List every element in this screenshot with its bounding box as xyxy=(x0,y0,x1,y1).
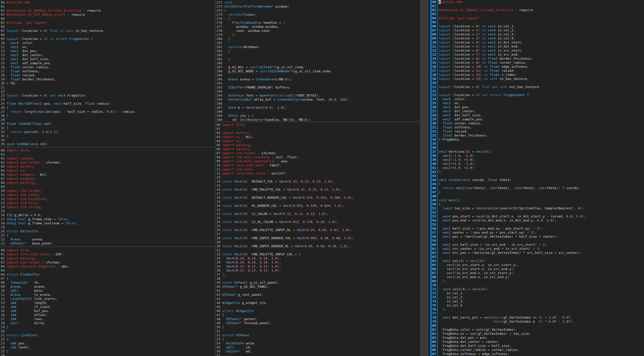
code-line[interactable]: 48 UIPanel* parent; xyxy=(216,317,429,321)
code-line[interactable]: 20 xyxy=(432,81,644,85)
code-line[interactable]: 25 xyxy=(216,224,429,228)
code-line[interactable]: 04import std.math.algebraic : abs; xyxy=(0,264,215,269)
code-line[interactable]: 43 xyxy=(216,297,429,301)
code-line[interactable]: 275 { xyxy=(216,17,429,21)
code-line[interactable]: 16 i64 offset; xyxy=(0,313,215,317)
code-line[interactable]: 02#extension GL_GOOGLE_include_directive… xyxy=(0,9,215,13)
code-line[interactable]: 24 u16 level; xyxy=(0,345,215,349)
code-line[interactable]: 39const UIPanel g_ui_nil_panel; xyxy=(216,281,429,285)
code-line[interactable]: 50} xyxy=(216,325,429,329)
code-line[interactable]: 75 in_col_4 xyxy=(432,303,644,307)
code-line[interactable]: 42); xyxy=(432,170,644,174)
code-line[interactable]: 19} xyxy=(0,325,215,329)
code-line[interactable]: 10 u8[] data; xyxy=(0,289,215,293)
code-line[interactable]: 13 u64 length; xyxy=(0,301,215,305)
code-line[interactable]: 10layout (location = 4) in vec2 in_dst_s… xyxy=(432,40,644,45)
code-line[interactable]: 05 xyxy=(0,269,215,273)
code-line[interactable]: 49 UIPanel* focused_panel; xyxy=(216,321,429,325)
code-line[interactable]: 03 xyxy=(432,12,644,16)
code-line[interactable]: 01import core.stdc.stdio : EOF; xyxy=(0,252,215,256)
code-line[interactable]: 40UIPanel* g_UI_NIL_PANEL; xyxy=(216,285,429,289)
code-line[interactable]: 16 float corner_radius; xyxy=(0,65,215,69)
code-line[interactable]: 33} xyxy=(0,134,215,138)
code-line[interactable]: 71 vec4 cols[4] = vec4[4]( xyxy=(432,287,644,291)
code-line[interactable]: 19 float border_thickness; xyxy=(0,77,215,81)
code-line[interactable]: 23layout (location = 1) out struct FragD… xyxy=(432,93,644,97)
pane-splitter[interactable] xyxy=(420,0,429,356)
code-line[interactable]: 11layout (location = 5) in vec2 in_dst_e… xyxy=(432,45,644,49)
code-line[interactable]: 12 LineStart[] line_starts; xyxy=(0,297,215,301)
pane-editor-module[interactable]: 00import dlib;0102import vulkan;03import… xyxy=(0,147,216,247)
code-line[interactable]: 56 Editor* ed; xyxy=(216,349,429,353)
code-line[interactable]: 297 Vec4 b = Vec4(Vec3(0.0), 1.0); xyxy=(216,106,429,110)
code-line[interactable]: 05 xyxy=(432,20,644,24)
code-line[interactable]: 06import editor; xyxy=(216,147,429,151)
code-line[interactable]: 08import parsing; xyxy=(0,181,215,185)
code-line[interactable]: 35vec4 ToSRGB(vec4 col) xyxy=(0,142,215,146)
code-line[interactable]: 284 xyxy=(216,53,429,57)
code-line[interactable]: 32const Vec4[4] CMD_PALETTE_INPUT_COL = … xyxy=(216,252,429,256)
code-line[interactable]: 54 AnimState anim; xyxy=(216,341,429,345)
code-line[interactable]: 17 i64 rows; xyxy=(0,317,215,321)
code-line[interactable]: 14layout (location = 8) in float border_… xyxy=(432,57,644,61)
code-line[interactable]: 03import std.format : sformat; xyxy=(0,161,215,165)
code-line[interactable]: 293 xyxy=(216,90,429,94)
code-line[interactable]: 51 xyxy=(216,329,429,333)
code-line[interactable]: 296 xyxy=(216,102,429,106)
code-line[interactable]: 08 Tokenizer tk; xyxy=(0,281,215,285)
code-line[interactable]: 37]; xyxy=(216,273,429,277)
code-line[interactable]: 68 vec2(in_src_end.x, in_src_end.y) xyxy=(432,275,644,279)
pane-flatbuffer-module[interactable]: 00import dlib;01import core.stdc.stdio :… xyxy=(0,247,216,356)
code-line[interactable]: 25} xyxy=(0,349,215,353)
code-line[interactable]: 07import std.format : sformat; xyxy=(216,151,429,155)
code-line[interactable]: 72 in_col_1, xyxy=(432,291,644,295)
code-line[interactable]: 03#extension GL_EXT_debug_printf : requi… xyxy=(0,13,215,17)
code-line[interactable]: 28 vec2 dst_half_size; xyxy=(432,113,644,117)
code-line[interactable]: 00import dlib; xyxy=(0,248,215,252)
code-line[interactable]: 79 bool(gl_VertexIndex & 1) ? 0.0f : 1.0… xyxy=(432,320,644,324)
code-line[interactable]: 19 xyxy=(216,200,429,204)
code-line[interactable]: 06 xyxy=(0,25,215,29)
code-line[interactable]: 05import parsing; xyxy=(216,143,429,147)
code-line[interactable]: 03import std.format : sformat; xyxy=(0,260,215,264)
code-line[interactable]: 41 vec2(+1.0, +1.0) xyxy=(432,166,644,170)
code-line[interactable]: 06struct FlatBuffer xyxy=(0,273,215,277)
code-line[interactable]: 74 in_col_3, xyxy=(432,299,644,303)
pane-fragment-shader-header[interactable]: 00#version 4600102#extension GL_GOOGLE_i… xyxy=(0,0,216,147)
code-line[interactable]: 27 return length(max(abs(pos) - half_siz… xyxy=(0,110,215,114)
code-line[interactable]: 26 vec2 dst_pos; xyxy=(432,105,644,109)
code-line[interactable]: 48 xyxy=(432,194,644,198)
code-line[interactable]: 14const Vec4[4] DEFAULT_COL = Vec4(0.13,… xyxy=(216,180,429,184)
code-line[interactable]: 18const Vec4[4] DEFAULT_BORDER_COL = Vec… xyxy=(216,196,429,200)
code-line[interactable]: 76 ); xyxy=(432,307,644,312)
code-line[interactable]: 18layout (location = 12) in float z_inde… xyxy=(432,73,644,77)
code-line[interactable]: 07layout (location = 0) flat in uint in_… xyxy=(0,29,215,33)
code-line[interactable]: 22 xyxy=(0,90,215,94)
code-line[interactable]: 29 vec2 sdf_sample_pos; xyxy=(432,117,644,121)
code-line[interactable]: 04#include "gui.layout" xyxy=(432,16,644,20)
code-line[interactable]: 20struct EditorCtx xyxy=(0,229,215,233)
code-line[interactable]: 41 xyxy=(216,289,429,293)
code-line[interactable]: 27 vec2 dst_center; xyxy=(432,109,644,113)
code-line[interactable]: 12import core.stdc.stdio : sprintf; xyxy=(216,171,429,175)
code-line[interactable]: 289 xyxy=(216,73,429,77)
code-line[interactable]: 13layout (location = 7) in vec2 in_src_e… xyxy=(432,53,644,57)
code-line[interactable]: 15 xyxy=(0,209,215,213)
code-line[interactable]: 36 xyxy=(432,146,644,150)
code-line[interactable]: 37vec2 Vertices[4] = vec2[4]( xyxy=(432,150,644,154)
code-line[interactable]: 13 vec2 dst_center; xyxy=(0,53,215,57)
code-line[interactable]: 57 xyxy=(216,353,429,356)
code-line[interactable]: 53{ xyxy=(216,337,429,341)
code-line[interactable]: 80 xyxy=(432,324,644,328)
code-line[interactable]: 15layout (location = 9) in float corner_… xyxy=(432,61,644,65)
code-line[interactable]: 07import widgets; xyxy=(0,177,215,181)
code-line[interactable]: 273{ xyxy=(216,9,429,13)
code-line[interactable]: 32 return pow(col, 1.0/2.2); xyxy=(0,130,215,134)
code-line[interactable]: 54 vec4 pos_end = vec4(in_dst_end.x, in_… xyxy=(432,218,644,223)
code-line[interactable]: 67 vec2(in_src_end.x, in_src_start.y), xyxy=(432,271,644,275)
code-line[interactable]: 64 vec2 uvs[4] = vec2[4]( xyxy=(432,259,644,263)
code-line[interactable]: 17 xyxy=(216,192,429,196)
code-line[interactable]: 53 vec4 pos_start = vec4(in_dst_start.x,… xyxy=(432,214,644,218)
code-line[interactable]: 23 UIPanel* base_panel; xyxy=(0,241,215,246)
code-line[interactable]: 78 vec2 dst_verts_pct = vec2(bool(gl_Ver… xyxy=(432,316,644,320)
